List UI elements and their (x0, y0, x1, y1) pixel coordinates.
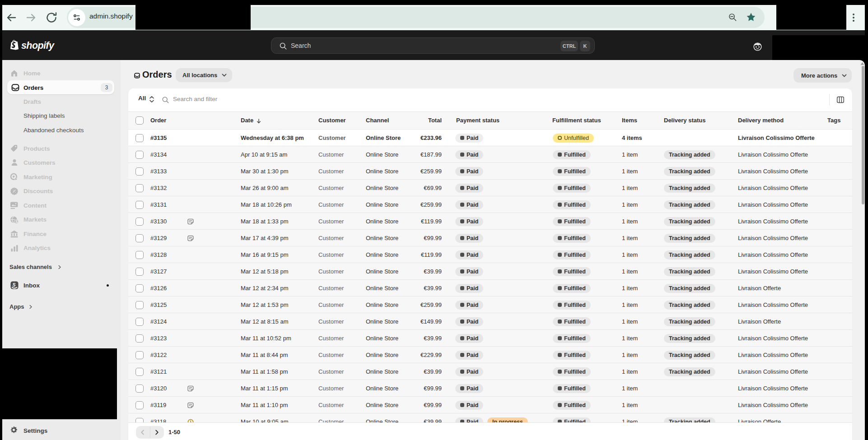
svg-text:S: S (13, 282, 16, 287)
svg-text:$: $ (15, 219, 18, 224)
